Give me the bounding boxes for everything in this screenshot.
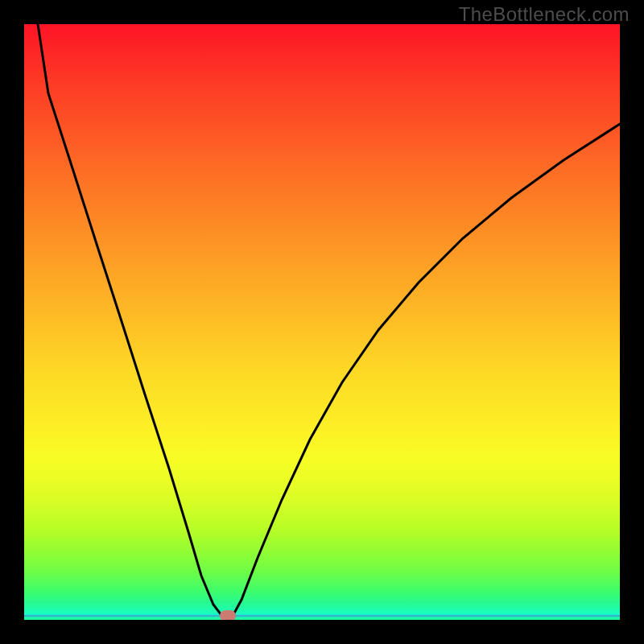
watermark-text: TheBottleneck.com: [459, 3, 630, 26]
optimum-marker: [220, 610, 236, 620]
chart-frame: TheBottleneck.com: [0, 0, 644, 644]
plot-area: [24, 24, 620, 620]
curve-layer: [24, 24, 620, 620]
bottleneck-curve: [35, 24, 620, 620]
